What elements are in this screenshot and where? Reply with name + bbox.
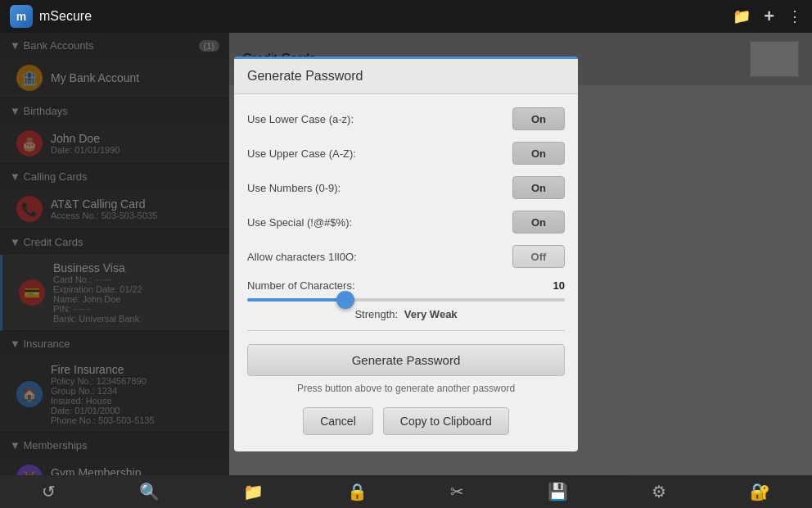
add-icon[interactable]: + <box>764 6 774 27</box>
dialog-footer: Cancel Copy to Clipboard <box>247 407 565 438</box>
allow-chars-label: Allow characters 1Il0O: <box>247 251 512 263</box>
cancel-button[interactable]: Cancel <box>303 407 373 435</box>
generate-password-button[interactable]: Generate Password <box>247 344 565 376</box>
lower-case-toggle[interactable]: On <box>512 107 565 130</box>
main-content: ▼ Bank Accounts (1) 🏦 My Bank Account ▼ … <box>0 33 812 475</box>
strength-label: Strength: <box>354 308 398 320</box>
top-bar-left: m mSecure <box>10 5 92 28</box>
special-label: Use Special (!@#$%): <box>247 216 512 229</box>
save-icon[interactable]: 💾 <box>541 479 575 505</box>
lower-case-label: Use Lower Case (a-z): <box>247 113 512 125</box>
upper-case-label: Use Upper Case (A-Z): <box>247 147 512 160</box>
bottom-toolbar: ↺ 🔍 📁 🔒 ✂ 💾 ⚙ 🔐 <box>0 475 812 508</box>
lock-icon[interactable]: 🔒 <box>341 479 374 505</box>
lower-case-row: Use Lower Case (a-z): On <box>247 107 565 130</box>
allow-chars-row: Allow characters 1Il0O: Off <box>247 245 565 268</box>
folder-icon[interactable]: 📁 <box>237 479 270 505</box>
edit-icon[interactable]: ✂ <box>444 479 471 505</box>
slider-thumb <box>336 291 354 309</box>
top-bar-right: 📁 + ⋮ <box>733 6 802 27</box>
dialog-body: Use Lower Case (a-z): On Use Upper Case … <box>234 94 578 451</box>
search-icon[interactable]: 🔍 <box>133 479 166 505</box>
slider-track <box>247 298 565 302</box>
copy-to-clipboard-button[interactable]: Copy to Clipboard <box>383 407 509 435</box>
numbers-toggle[interactable]: On <box>512 176 565 199</box>
folder-icon[interactable]: 📁 <box>733 7 751 25</box>
generate-password-dialog: Generate Password Use Lower Case (a-z): … <box>234 57 578 451</box>
top-bar: m mSecure 📁 + ⋮ <box>0 0 812 33</box>
special-toggle[interactable]: On <box>512 211 565 234</box>
security-icon[interactable]: 🔐 <box>743 479 777 505</box>
app-icon: m <box>10 5 33 28</box>
numbers-row: Use Numbers (0-9): On <box>247 176 565 199</box>
app-title: mSecure <box>39 9 92 24</box>
dialog-divider <box>247 330 565 331</box>
numbers-label: Use Numbers (0-9): <box>247 182 512 194</box>
special-row: Use Special (!@#$%): On <box>247 211 565 234</box>
dialog-title: Generate Password <box>234 59 578 94</box>
password-length-slider[interactable] <box>247 298 565 302</box>
num-chars-row: Number of Characters: 10 <box>247 279 565 292</box>
overflow-menu-icon[interactable]: ⋮ <box>787 7 802 25</box>
upper-case-toggle[interactable]: On <box>512 142 565 165</box>
modal-overlay: Generate Password Use Lower Case (a-z): … <box>0 33 812 475</box>
settings-icon[interactable]: ⚙ <box>645 479 673 505</box>
upper-case-row: Use Upper Case (A-Z): On <box>247 142 565 165</box>
strength-row: Strength: Very Weak <box>247 308 565 320</box>
hint-text: Press button above to generate another p… <box>247 383 565 394</box>
num-chars-label: Number of Characters: <box>247 279 355 292</box>
num-chars-value: 10 <box>553 279 565 292</box>
refresh-icon[interactable]: ↺ <box>35 479 62 505</box>
allow-chars-toggle[interactable]: Off <box>512 245 565 268</box>
slider-fill <box>247 298 342 302</box>
strength-value: Very Weak <box>404 308 458 320</box>
